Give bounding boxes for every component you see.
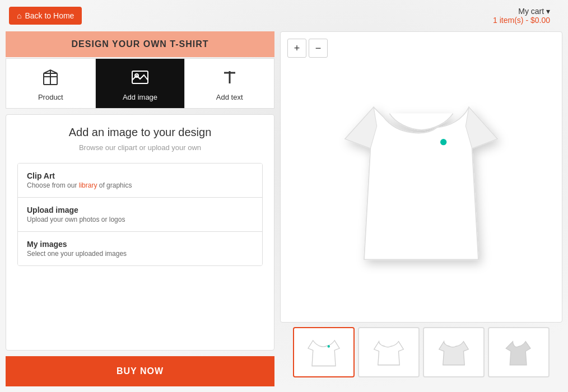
cart-info: My cart ▾ 1 item(s) - $0.00 [493,7,550,25]
back-home-label: Back to Home [25,11,74,20]
clip-art-desc: Choose from our library of graphics [27,181,253,189]
image-icon [129,66,151,91]
home-icon: ⌂ [17,11,21,20]
svg-point-8 [328,345,330,347]
zoom-out-button[interactable]: − [309,39,328,58]
thumbnail-row [280,327,562,377]
tshirt-container [281,32,562,322]
canvas-area: + − [280,31,562,323]
tab-product-label: Product [38,93,63,101]
cart-title: My cart ▾ [493,7,550,16]
clip-art-title: Clip Art [27,171,253,180]
thumbnail-front[interactable] [293,327,355,377]
cart-amount: 1 item(s) - $0.00 [493,16,550,25]
my-images-option[interactable]: My images Select one your uploaded image… [18,232,262,265]
upload-image-desc: Upload your own photos or logos [27,216,253,223]
text-icon [218,66,241,91]
panel-title: Add an image to your design [17,126,263,139]
panel-subtitle: Browse our clipart or upload your own [17,143,263,152]
upload-image-option[interactable]: Upload image Upload your own photos or l… [18,198,262,232]
cart-dropdown-icon[interactable]: ▾ [546,7,550,16]
zoom-controls: + − [287,39,328,58]
top-nav: ⌂ Back to Home My cart ▾ 1 item(s) - $0.… [0,0,568,31]
my-images-desc: Select one your uploaded images [27,250,253,258]
clip-art-option[interactable]: Clip Art Choose from our library of grap… [18,164,262,198]
tab-add-text-label: Add text [216,93,243,101]
main-layout: DESIGN YOUR OWN T-SHIRT Product [0,31,568,392]
thumbnail-front-alt[interactable] [358,327,420,377]
zoom-in-button[interactable]: + [287,39,306,58]
tab-add-text[interactable]: Add text [185,59,274,108]
tab-add-image[interactable]: Add image [96,59,185,108]
library-link[interactable]: library [79,181,97,189]
tab-product[interactable]: Product [6,59,96,108]
svg-point-7 [440,139,446,145]
design-banner: DESIGN YOUR OWN T-SHIRT [6,31,274,57]
tshirt-svg [326,71,516,283]
tab-bar: Product Add image [6,58,274,109]
image-option-list: Clip Art Choose from our library of grap… [17,163,263,266]
left-panel: DESIGN YOUR OWN T-SHIRT Product [0,31,280,392]
add-image-panel: Add an image to your design Browse our c… [6,114,274,351]
box-icon [39,66,62,91]
tab-add-image-label: Add image [123,93,157,101]
thumbnail-back[interactable] [423,327,485,377]
buy-now-button[interactable]: BUY NOW [6,356,274,386]
my-images-title: My images [27,240,253,249]
thumbnail-side[interactable] [488,327,550,377]
page-wrapper: ⌂ Back to Home My cart ▾ 1 item(s) - $0.… [0,0,568,392]
upload-image-title: Upload image [27,206,253,214]
back-home-button[interactable]: ⌂ Back to Home [9,7,82,25]
right-panel: + − [280,31,568,392]
